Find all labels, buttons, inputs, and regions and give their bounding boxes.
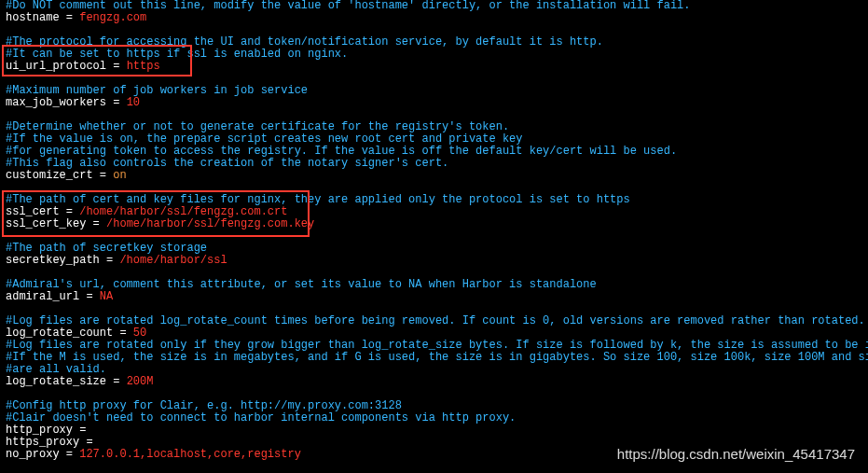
code-token: #Log files are rotated only if they grow… [6, 339, 868, 352]
code-line: #If the value is on, the prepare script … [6, 132, 523, 146]
code-token: log_rotate_count = [6, 327, 133, 340]
code-line: #The protocol for accessing the UI and t… [6, 35, 603, 49]
code-line: customize_crt = on [6, 169, 127, 182]
code-token: #If the value is on, the prepare script … [6, 132, 523, 146]
code-line: secretkey_path = /home/harbor/ssl [6, 254, 227, 267]
code-line: ssl_cert = /home/harbor/ssl/fengzg.com.c… [6, 205, 287, 218]
code-token: on [113, 169, 126, 182]
code-token: max_job_workers = [6, 96, 127, 109]
code-token: log_rotate_size = [6, 375, 127, 388]
code-token: NA [100, 290, 113, 303]
code-line: log_rotate_size = 200M [6, 375, 153, 388]
code-line: #Admiral's url, comment this attribute, … [6, 278, 597, 291]
code-line: #are all valid. [6, 363, 106, 376]
code-token: #This flag also controls the creation of… [6, 157, 448, 170]
code-token: secretkey_path = [6, 254, 119, 267]
code-token: #It can be set to https if ssl is enable… [6, 48, 348, 61]
code-token: admiral_url = [6, 290, 100, 303]
code-line: max_job_workers = 10 [6, 96, 140, 109]
code-token: fengzg.com [79, 11, 146, 24]
code-line: #The path of cert and key files for ngin… [6, 193, 630, 206]
code-token: /home/harbor/ssl/fengzg.com.crt [79, 205, 287, 218]
code-token: ssl_cert = [6, 205, 79, 218]
code-token: #The path of cert and key files for ngin… [6, 193, 630, 206]
code-line: #It can be set to https if ssl is enable… [6, 48, 348, 61]
code-token: ui_url_protocol = [6, 60, 127, 73]
code-line: #If the M is used, the size is in megaby… [6, 351, 868, 364]
code-line: #Log files are rotated only if they grow… [6, 339, 868, 352]
code-line: #Maximum number of job workers in job se… [6, 84, 308, 97]
code-token: #Config http proxy for Clair, e.g. http:… [6, 399, 402, 412]
code-token: 50 [133, 327, 146, 340]
code-token: #The protocol for accessing the UI and t… [6, 35, 603, 49]
watermark-text: https://blog.csdn.net/weixin_45417347 [617, 446, 855, 462]
code-token: https_proxy = [6, 436, 93, 449]
code-line: ssl_cert_key = /home/harbor/ssl/fengzg.c… [6, 217, 314, 230]
code-token: 200M [127, 375, 154, 388]
code-token: http_proxy = [6, 424, 86, 437]
code-line: ui_url_protocol = https [6, 60, 160, 73]
code-token: /home/harbor/ssl/fengzg.com.key [106, 217, 314, 230]
code-token: ssl_cert_key = [6, 217, 106, 230]
code-token: #Clair doesn't need to connect to harbor… [6, 411, 516, 424]
code-line: #Clair doesn't need to connect to harbor… [6, 411, 516, 424]
code-line: https_proxy = [6, 436, 93, 449]
code-line: #for generating token to access the regi… [6, 145, 677, 158]
code-token: 127.0.0.1,localhost,core,registry [79, 448, 301, 461]
code-token: #Determine whether or not to generate ce… [6, 120, 509, 133]
code-token: /home/harbor/ssl [119, 254, 227, 267]
code-token: #Log files are rotated log_rotate_count … [6, 314, 865, 327]
code-token: #If the M is used, the size is in megaby… [6, 351, 868, 364]
code-line: no_proxy = 127.0.0.1,localhost,core,regi… [6, 448, 301, 461]
code-line: admiral_url = NA [6, 290, 113, 303]
code-line: #Config http proxy for Clair, e.g. http:… [6, 399, 402, 412]
code-token: https [127, 60, 160, 73]
code-line: #The path of secretkey storage [6, 242, 207, 255]
code-token: #are all valid. [6, 363, 106, 376]
code-line: #Determine whether or not to generate ce… [6, 120, 509, 133]
code-line: log_rotate_count = 50 [6, 327, 146, 340]
code-line: http_proxy = [6, 424, 86, 437]
code-line: hostname = fengzg.com [6, 11, 146, 24]
code-token: customize_crt = [6, 169, 113, 182]
code-token: #The path of secretkey storage [6, 242, 207, 255]
code-token: hostname = [6, 11, 79, 24]
code-token: 10 [127, 96, 140, 109]
code-line: #Log files are rotated log_rotate_count … [6, 314, 865, 327]
code-token: #Admiral's url, comment this attribute, … [6, 278, 597, 291]
code-token: #for generating token to access the regi… [6, 145, 677, 158]
code-line: #This flag also controls the creation of… [6, 157, 448, 170]
config-file-content: #Do NOT comment out this line, modify th… [0, 0, 868, 461]
code-token: no_proxy = [6, 448, 79, 461]
code-token: #Maximum number of job workers in job se… [6, 84, 308, 97]
